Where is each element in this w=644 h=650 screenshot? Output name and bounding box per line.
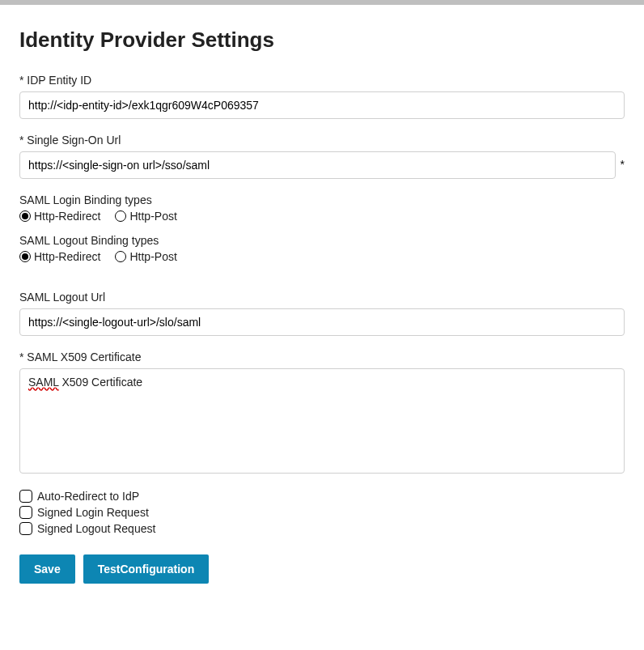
page-title: Identity Provider Settings (19, 28, 625, 53)
x509-cert-value-prefix: SAML (28, 376, 59, 389)
radio-label: Http-Redirect (34, 250, 100, 263)
logout-binding-http-redirect[interactable]: Http-Redirect (19, 250, 100, 263)
sso-url-label: * Single Sign-On Url (19, 134, 625, 147)
login-binding-http-redirect[interactable]: Http-Redirect (19, 210, 100, 223)
checkbox-icon (19, 506, 32, 519)
signed-logout-checkbox[interactable]: Signed Logout Request (19, 520, 625, 537)
checkbox-label: Signed Logout Request (37, 520, 155, 537)
idp-entity-id-label: * IDP Entity ID (19, 74, 625, 87)
idp-entity-id-field: * IDP Entity ID (19, 74, 625, 119)
logout-binding-http-post[interactable]: Http-Post (115, 250, 176, 263)
login-binding-group: SAML Login Binding types Http-Redirect H… (19, 193, 625, 223)
auto-redirect-checkbox[interactable]: Auto-Redirect to IdP (19, 488, 625, 504)
options-checkbox-list: Auto-Redirect to IdP Signed Login Reques… (19, 488, 625, 537)
checkbox-icon (19, 522, 32, 535)
x509-cert-label: * SAML X509 Certificate (19, 350, 625, 363)
logout-url-label: SAML Logout Url (19, 291, 625, 304)
sso-url-input[interactable] (19, 151, 616, 179)
action-buttons: Save TestConfiguration (19, 554, 625, 584)
radio-label: Http-Post (129, 210, 176, 223)
radio-icon (115, 251, 126, 262)
x509-cert-field: * SAML X509 Certificate SAML X509 Certif… (19, 350, 625, 474)
login-binding-http-post[interactable]: Http-Post (115, 210, 176, 223)
radio-icon (115, 210, 126, 222)
sso-url-field: * Single Sign-On Url * (19, 134, 625, 179)
x509-cert-value-rest: X509 Certificate (59, 376, 143, 389)
radio-icon (19, 210, 31, 222)
test-configuration-button[interactable]: TestConfiguration (83, 554, 210, 584)
checkbox-icon (19, 490, 32, 503)
logout-binding-group: SAML Logout Binding types Http-Redirect … (19, 234, 625, 263)
x509-cert-input[interactable]: SAML X509 Certificate (19, 368, 625, 474)
logout-url-field: SAML Logout Url (19, 291, 625, 336)
logout-url-input[interactable] (19, 308, 625, 336)
save-button[interactable]: Save (19, 554, 75, 584)
radio-label: Http-Post (129, 250, 176, 263)
login-binding-label: SAML Login Binding types (19, 193, 625, 206)
checkbox-label: Auto-Redirect to IdP (37, 488, 139, 504)
radio-icon (19, 251, 31, 262)
signed-login-checkbox[interactable]: Signed Login Request (19, 504, 625, 520)
settings-page: Identity Provider Settings * IDP Entity … (0, 5, 644, 603)
logout-binding-label: SAML Logout Binding types (19, 234, 625, 247)
idp-entity-id-input[interactable] (19, 91, 625, 119)
checkbox-label: Signed Login Request (37, 504, 149, 520)
radio-label: Http-Redirect (34, 210, 100, 223)
sso-url-required-star: * (621, 158, 625, 172)
